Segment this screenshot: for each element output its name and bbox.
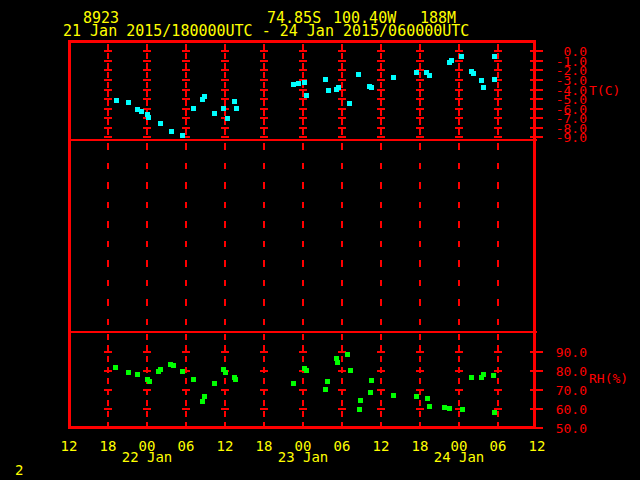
data-point <box>212 381 217 386</box>
data-point <box>336 85 341 90</box>
data-point <box>447 406 452 411</box>
data-point <box>347 101 352 106</box>
data-point <box>449 58 454 63</box>
data-point <box>114 98 119 103</box>
data-point <box>325 379 330 384</box>
rh-tick-label: 50.0 <box>540 422 587 435</box>
rh-tick-label: 90.0 <box>540 346 587 359</box>
data-point <box>481 372 486 377</box>
data-point <box>221 106 226 111</box>
rh-tick-label: 80.0 <box>540 365 587 378</box>
temperature-axis-label: T(C) <box>589 84 620 97</box>
data-point <box>158 121 163 126</box>
data-point <box>296 81 301 86</box>
data-point <box>126 370 131 375</box>
data-point <box>146 115 151 120</box>
data-point <box>169 129 174 134</box>
data-point <box>368 390 373 395</box>
data-point <box>191 106 196 111</box>
data-point <box>323 77 328 82</box>
data-point <box>492 77 497 82</box>
data-point <box>414 394 419 399</box>
data-point <box>323 387 328 392</box>
date-label: 24 Jan <box>433 450 485 464</box>
time-tick-label: 12 <box>522 439 552 453</box>
data-point <box>471 71 476 76</box>
data-point <box>348 368 353 373</box>
humidity-axis-label: RH(%) <box>589 372 628 385</box>
page-number: 2 <box>15 463 23 477</box>
data-point <box>491 373 496 378</box>
date-label: 22 Jan <box>121 450 173 464</box>
data-point <box>335 360 340 365</box>
data-point <box>391 393 396 398</box>
data-point <box>369 378 374 383</box>
data-point <box>460 407 465 412</box>
data-point <box>180 133 185 138</box>
data-point <box>139 109 144 114</box>
time-tick-label: 06 <box>171 439 201 453</box>
data-point <box>391 75 396 80</box>
data-point <box>304 368 309 373</box>
data-point <box>427 404 432 409</box>
data-point <box>291 381 296 386</box>
data-point <box>492 54 497 59</box>
data-point <box>171 363 176 368</box>
time-tick-label: 12 <box>54 439 84 453</box>
data-point <box>225 116 230 121</box>
data-point <box>202 94 207 99</box>
data-point <box>481 85 486 90</box>
data-point <box>113 365 118 370</box>
time-tick-label: 12 <box>210 439 240 453</box>
data-point <box>345 352 350 357</box>
data-point <box>234 106 239 111</box>
data-point <box>302 80 307 85</box>
data-point <box>442 405 447 410</box>
time-tick-label: 06 <box>483 439 513 453</box>
time-tick-label: 06 <box>327 439 357 453</box>
data-point <box>304 93 309 98</box>
data-point <box>358 398 363 403</box>
data-point <box>427 73 432 78</box>
data-point <box>414 70 419 75</box>
data-point <box>425 396 430 401</box>
data-point <box>223 370 228 375</box>
time-tick-label: 18 <box>93 439 123 453</box>
data-point <box>158 367 163 372</box>
data-point <box>357 407 362 412</box>
data-point <box>233 377 238 382</box>
date-label: 23 Jan <box>277 450 329 464</box>
time-tick-label: 12 <box>366 439 396 453</box>
data-point <box>200 399 205 404</box>
data-point <box>147 379 152 384</box>
time-tick-label: 18 <box>405 439 435 453</box>
time-tick-label: 18 <box>249 439 279 453</box>
temp-tick-label: -9.0 <box>540 131 587 144</box>
data-point <box>212 111 217 116</box>
data-point <box>479 78 484 83</box>
station-timeseries-screen: 8923 74.85S 100.40W 188M 21 Jan 2015/180… <box>0 0 640 480</box>
data-point <box>126 100 131 105</box>
data-point <box>326 88 331 93</box>
data-point <box>232 99 237 104</box>
data-point <box>135 372 140 377</box>
rh-tick-label: 70.0 <box>540 384 587 397</box>
data-point <box>492 410 497 415</box>
rh-tick-label: 60.0 <box>540 403 587 416</box>
data-point <box>356 72 361 77</box>
data-point <box>180 369 185 374</box>
data-point <box>459 54 464 59</box>
data-point <box>202 394 207 399</box>
data-point <box>369 85 374 90</box>
data-point <box>191 377 196 382</box>
data-point <box>469 375 474 380</box>
data-point <box>291 82 296 87</box>
